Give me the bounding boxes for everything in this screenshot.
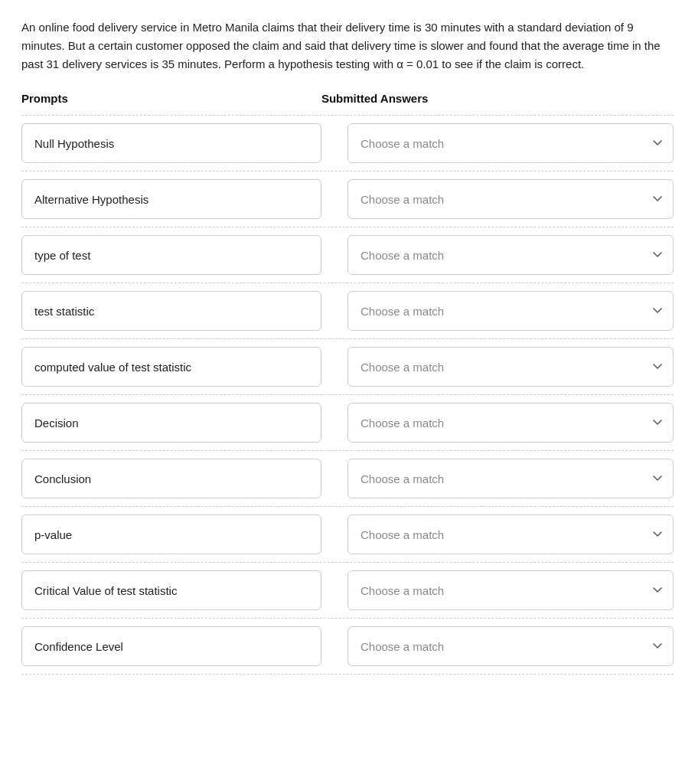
- match-row: test statisticChoose a match: [21, 283, 674, 338]
- dropdown-conclusion[interactable]: Choose a match: [348, 459, 674, 498]
- match-row: Null HypothesisChoose a match: [21, 115, 674, 171]
- match-row: computed value of test statisticChoose a…: [21, 338, 674, 394]
- match-row: DecisionChoose a match: [21, 394, 674, 450]
- prompt-computed-value: computed value of test statistic: [21, 347, 321, 387]
- prompt-critical-value: Critical Value of test statistic: [21, 570, 321, 610]
- prompt-confidence-level: Confidence Level: [21, 626, 321, 666]
- intro-paragraph: An online food delivery service in Metro…: [21, 18, 674, 74]
- match-row: p-valueChoose a match: [21, 506, 674, 562]
- prompt-p-value: p-value: [21, 514, 321, 554]
- dropdown-p-value[interactable]: Choose a match: [348, 514, 674, 554]
- dropdown-null-hypothesis[interactable]: Choose a match: [348, 123, 674, 163]
- submitted-header: Submitted Answers: [321, 92, 428, 105]
- prompt-test-statistic: test statistic: [21, 291, 321, 331]
- dropdown-critical-value[interactable]: Choose a match: [348, 570, 674, 610]
- prompt-decision: Decision: [21, 403, 321, 443]
- match-rows-container: Null HypothesisChoose a matchAlternative…: [21, 115, 674, 675]
- match-row: Alternative HypothesisChoose a match: [21, 171, 674, 227]
- dropdown-decision[interactable]: Choose a match: [348, 403, 674, 443]
- dropdown-alternative-hypothesis[interactable]: Choose a match: [348, 179, 674, 219]
- dropdown-confidence-level[interactable]: Choose a match: [348, 626, 674, 666]
- match-row: type of testChoose a match: [21, 227, 674, 283]
- dropdown-type-of-test[interactable]: Choose a match: [348, 235, 674, 275]
- match-row: Confidence LevelChoose a match: [21, 618, 674, 675]
- prompt-null-hypothesis: Null Hypothesis: [21, 123, 321, 163]
- prompt-type-of-test: type of test: [21, 235, 321, 275]
- dropdown-computed-value[interactable]: Choose a match: [348, 347, 674, 387]
- dropdown-test-statistic[interactable]: Choose a match: [348, 291, 674, 331]
- prompt-conclusion: Conclusion: [21, 459, 321, 498]
- prompt-alternative-hypothesis: Alternative Hypothesis: [21, 179, 321, 219]
- match-row: Critical Value of test statisticChoose a…: [21, 562, 674, 618]
- match-row: ConclusionChoose a match: [21, 450, 674, 506]
- columns-header: Prompts Submitted Answers: [21, 92, 674, 106]
- prompts-header: Prompts: [21, 92, 68, 105]
